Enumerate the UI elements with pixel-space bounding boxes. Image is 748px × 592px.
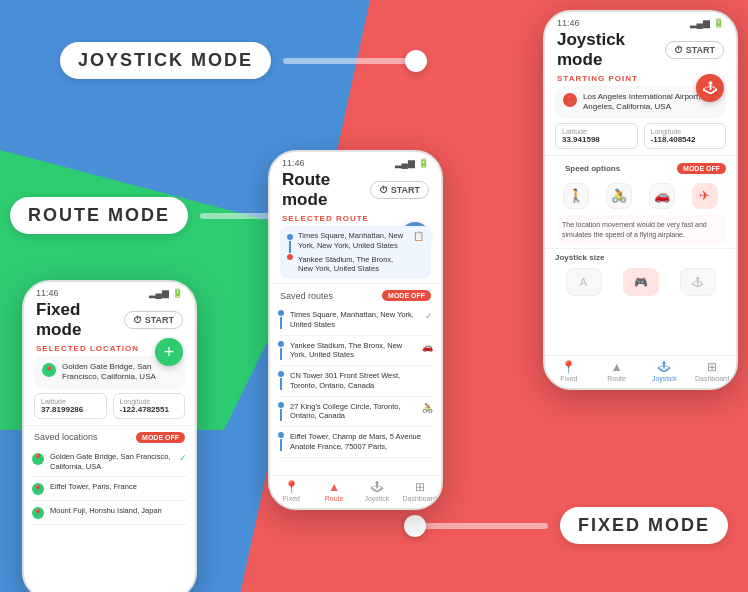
route-item-2-text: Yankee Stadium, The Bronx, New York, Uni… [290, 341, 416, 361]
route-mode-off[interactable]: MODE OFF [382, 290, 431, 301]
fixed-fab-button[interactable]: + [155, 338, 183, 366]
fixed-mode-text: FIXED MODE [560, 507, 728, 544]
fixed-start-icon: ⏱ [133, 315, 142, 325]
joystick-nav-route-label: Route [607, 375, 626, 382]
fixed-saved-row: Saved locations MODE OFF [24, 428, 195, 447]
joystick-nav-route[interactable]: ▲ Route [593, 360, 641, 382]
joystick-divider-2 [545, 248, 736, 249]
joystick-slider-thumb[interactable] [405, 50, 427, 72]
joystick-status-bar: 11:46 ▂▄▆ 🔋 [545, 12, 736, 30]
route-bottom-nav: 📍 Fixed ▲ Route 🕹 Joystick ⊞ Dashboard [270, 475, 441, 508]
fixed-item-3-icon: 📍 [32, 507, 44, 519]
fixed-item-1-text: Golden Gate Bridge, San Francisco, Calif… [50, 452, 173, 472]
phone-joystick: 11:46 ▂▄▆ 🔋 Joystick mode ⏱ START 🕹 STAR… [543, 10, 738, 390]
phone-route: 11:46 ▂▄▆ 🔋 Route mode ⏱ START + SELECTE… [268, 150, 443, 510]
route-nav-joystick-label: Joystick [364, 495, 389, 502]
fixed-item-2-icon: 📍 [32, 483, 44, 495]
speed-bike-btn[interactable]: 🚴 [606, 183, 632, 209]
joystick-title: Joystick mode [557, 30, 665, 70]
joystick-lat-box: Latitude 33.941598 [555, 123, 638, 149]
route-from-text: Times Square, Manhattan, New York, New Y… [298, 231, 408, 251]
fixed-saved-item-1[interactable]: 📍 Golden Gate Bridge, San Francisco, Cal… [32, 447, 187, 478]
route-saved-item-1[interactable]: Times Square, Manhattan, New York, Unite… [278, 305, 433, 336]
joystick-slider-track[interactable] [283, 58, 423, 64]
fixed-slider-track[interactable] [408, 523, 548, 529]
route-nav-icon: ▲ [328, 480, 340, 494]
route-status-bar: 11:46 ▂▄▆ 🔋 [270, 152, 441, 170]
fixed-divider-1 [24, 425, 195, 426]
joystick-size-large[interactable]: 🕹 [680, 268, 716, 296]
fixed-coords: Latitude 37.8199286 Longitude -122.47825… [34, 393, 185, 419]
fixed-item-3-text: Mount Fuji, Honshu Island, Japan [50, 506, 181, 516]
fixed-nav-icon: 📍 [284, 480, 299, 494]
route-start-label: START [391, 185, 420, 195]
fixed-lat-label: Latitude [41, 398, 100, 405]
route-item-5-text: Eiffel Tower, Champ de Mars, 5 Avenue An… [290, 432, 427, 452]
route-edit-icon[interactable]: 📋 [413, 231, 424, 241]
route-time: 11:46 [282, 158, 305, 168]
joystick-size-small[interactable]: A [566, 268, 602, 296]
joystick-lng-value: -118.408542 [651, 135, 720, 144]
fixed-saved-label: Saved locations [34, 432, 98, 442]
joystick-size-medium[interactable]: 🎮 [623, 268, 659, 296]
fixed-loc-icon: 📍 [42, 363, 56, 377]
speed-walk-btn[interactable]: 🚶 [563, 183, 589, 209]
fixed-lng-box: Longitude -122.4782551 [113, 393, 186, 419]
route-start-button[interactable]: ⏱ START [370, 181, 429, 199]
route-nav-joystick[interactable]: 🕹 Joystick [356, 480, 399, 502]
joystick-time: 11:46 [557, 18, 580, 28]
dashboard-nav-icon: ⊞ [415, 480, 425, 494]
joystick-lat-value: 33.941598 [562, 135, 631, 144]
fixed-slider-thumb[interactable] [404, 515, 426, 537]
joystick-signal: ▂▄▆ [690, 18, 710, 28]
joystick-nav-icon: 🕹 [371, 480, 383, 494]
phone-fixed: 11:46 ▂▄▆ 🔋 Fixed mode ⏱ START + SELECTE… [22, 280, 197, 592]
route-nav-fixed[interactable]: 📍 Fixed [270, 480, 313, 502]
fixed-lat-box: Latitude 37.8199286 [34, 393, 107, 419]
joystick-bottom-nav: 📍 Fixed ▲ Route 🕹 Joystick ⊞ Dashboard [545, 355, 736, 388]
joystick-lat-label: Latitude [562, 128, 631, 135]
joystick-nav-fixed-label: Fixed [560, 375, 577, 382]
fixed-mode-label: FIXED MODE [408, 507, 728, 544]
fixed-title: Fixed mode [36, 300, 124, 340]
fixed-saved-item-3[interactable]: 📍 Mount Fuji, Honshu Island, Japan [32, 501, 187, 525]
route-start-icon: ⏱ [379, 185, 388, 195]
fixed-location-text: Golden Gate Bridge, San Francisco, Calif… [62, 362, 177, 383]
joystick-nav-joystick[interactable]: 🕹 Joystick [641, 360, 689, 382]
speed-car-btn[interactable]: 🚗 [649, 183, 675, 209]
fixed-start-button[interactable]: ⏱ START [124, 311, 183, 329]
joystick-nav-dashboard[interactable]: ⊞ Dashboard [688, 360, 736, 382]
joystick-nav-fixed[interactable]: 📍 Fixed [545, 360, 593, 382]
fixed-status-bar: 11:46 ▂▄▆ 🔋 [24, 282, 195, 300]
route-saved-item-3[interactable]: CN Tower 301 Front Street West, Toronto,… [278, 366, 433, 397]
route-nav-fixed-label: Fixed [283, 495, 300, 502]
route-mode-text: ROUTE MODE [10, 197, 188, 234]
joystick-size-label: Joystick size [545, 251, 736, 264]
joystick-start-icon: ⏱ [674, 45, 683, 55]
fixed-lng-value: -122.4782551 [120, 405, 179, 414]
joystick-nav-joystick-label: Joystick [652, 375, 677, 382]
route-saved-row: Saved routes MODE OFF [270, 286, 441, 305]
route-saved-item-4[interactable]: 27 King's College Circle, Toronto, Ontar… [278, 397, 433, 428]
route-saved-item-2[interactable]: Yankee Stadium, The Bronx, New York, Uni… [278, 336, 433, 367]
fixed-saved-list: 📍 Golden Gate Bridge, San Francisco, Cal… [24, 447, 195, 526]
speed-plane-btn[interactable]: ✈ [692, 183, 718, 209]
fixed-mode-off[interactable]: MODE OFF [136, 432, 185, 443]
route-item-4-icon: 🚴 [422, 403, 433, 413]
joystick-battery: 🔋 [713, 18, 724, 28]
fixed-saved-item-2[interactable]: 📍 Eiffel Tower, Paris, France [32, 477, 187, 501]
joystick-start-button[interactable]: ⏱ START [665, 41, 724, 59]
route-saved-list: Times Square, Manhattan, New York, Unite… [270, 305, 441, 458]
joystick-speed-desc: The location movement would be very fast… [555, 215, 726, 245]
joystick-mode-off[interactable]: MODE OFF [677, 163, 726, 174]
route-signal: ▂▄▆ [395, 158, 415, 168]
joystick-header: Joystick mode ⏱ START [545, 30, 736, 74]
joystick-lng-label: Longitude [651, 128, 720, 135]
joystick-fab-button[interactable]: 🕹 [696, 74, 724, 102]
route-nav-dashboard-label: Dashboard [403, 495, 437, 502]
joystick-mode-text: JOYSTICK MODE [60, 42, 271, 79]
route-saved-item-5[interactable]: Eiffel Tower, Champ de Mars, 5 Avenue An… [278, 427, 433, 458]
route-nav-dashboard[interactable]: ⊞ Dashboard [398, 480, 441, 502]
route-nav-route[interactable]: ▲ Route [313, 480, 356, 502]
route-battery: 🔋 [418, 158, 429, 168]
